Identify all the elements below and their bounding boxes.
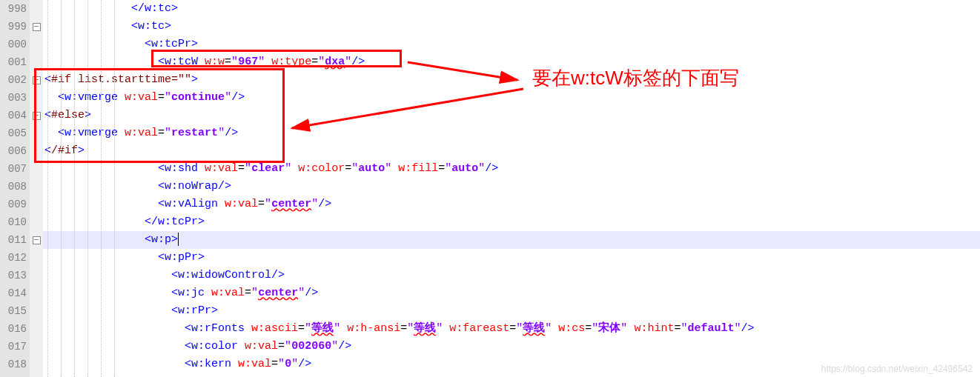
fold-marker[interactable] <box>30 160 43 178</box>
code-line[interactable]: <w:vAlign w:val="center"/> <box>43 196 980 213</box>
line-number-gutter: 998 999 000 001 002 003 004 005 006 007 … <box>0 0 30 377</box>
text-caret-icon <box>178 233 179 246</box>
fold-marker[interactable] <box>30 320 43 338</box>
fold-marker[interactable] <box>30 196 43 213</box>
code-line[interactable]: <w:jc w:val="center"/> <box>43 284 980 302</box>
code-line[interactable]: <w:rPr> <box>43 302 980 320</box>
line-number: 007 <box>0 160 30 178</box>
code-area[interactable]: </w:tc> <w:tc> <w:tcPr> <w:tcW w:w="967"… <box>43 0 980 377</box>
code-line[interactable]: <w:tcPr> <box>43 36 980 53</box>
code-line[interactable]: <w:shd w:val="clear" w:color="auto" w:fi… <box>43 160 980 178</box>
code-line[interactable]: </w:tc> <box>43 0 980 18</box>
fold-marker[interactable] <box>30 213 43 231</box>
line-number: 998 <box>0 0 30 18</box>
code-line-current[interactable]: <w:p> <box>43 231 980 249</box>
line-number: 012 <box>0 249 30 267</box>
line-number: 014 <box>0 284 30 302</box>
fold-marker[interactable] <box>30 302 43 320</box>
fold-marker[interactable] <box>30 89 43 107</box>
fold-marker[interactable] <box>30 267 43 284</box>
code-editor: 998 999 000 001 002 003 004 005 006 007 … <box>0 0 980 377</box>
fold-marker[interactable] <box>30 53 43 71</box>
fold-marker[interactable] <box>30 356 43 373</box>
fold-marker[interactable] <box>30 284 43 302</box>
fold-marker[interactable]: − <box>30 231 43 249</box>
fold-column: − − − − <box>30 0 43 377</box>
code-line[interactable]: </#if> <box>43 142 980 160</box>
line-number: 001 <box>0 53 30 71</box>
line-number: 003 <box>0 89 30 107</box>
fold-marker[interactable] <box>30 338 43 356</box>
line-number: 999 <box>0 18 30 36</box>
code-line[interactable]: <w:color w:val="002060"/> <box>43 338 980 356</box>
line-number: 006 <box>0 142 30 160</box>
code-line[interactable]: <w:tcW w:w="967" w:type="dxa"/> <box>43 53 980 71</box>
fold-marker[interactable] <box>30 142 43 160</box>
code-line[interactable]: <w:rFonts w:ascii="等线" w:h-ansi="等线" w:f… <box>43 320 980 338</box>
line-number: 013 <box>0 267 30 284</box>
line-number: 000 <box>0 36 30 53</box>
fold-marker[interactable] <box>30 0 43 18</box>
fold-marker[interactable]: − <box>30 107 43 124</box>
line-number: 010 <box>0 213 30 231</box>
line-number: 015 <box>0 302 30 320</box>
line-number: 004 <box>0 107 30 124</box>
code-line[interactable]: <#if list.starttime=""> <box>43 71 980 89</box>
fold-marker[interactable]: − <box>30 18 43 36</box>
line-number: 017 <box>0 338 30 356</box>
line-number: 008 <box>0 178 30 196</box>
code-line[interactable]: </w:tcPr> <box>43 213 980 231</box>
annotation-text: 要在w:tcW标签的下面写 <box>532 65 739 91</box>
line-number: 018 <box>0 356 30 373</box>
code-line[interactable]: <#else> <box>43 107 980 124</box>
fold-marker[interactable] <box>30 249 43 267</box>
line-number: 002 <box>0 71 30 89</box>
fold-marker[interactable]: − <box>30 71 43 89</box>
code-line[interactable]: <w:noWrap/> <box>43 178 980 196</box>
line-number: 016 <box>0 320 30 338</box>
fold-marker[interactable] <box>30 36 43 53</box>
line-number: 011 <box>0 231 30 249</box>
code-line[interactable]: <w:pPr> <box>43 249 980 267</box>
code-line[interactable]: <w:vmerge w:val="restart"/> <box>43 124 980 142</box>
fold-marker[interactable] <box>30 178 43 196</box>
code-line[interactable]: <w:tc> <box>43 18 980 36</box>
line-number: 005 <box>0 124 30 142</box>
code-line[interactable]: <w:widowControl/> <box>43 267 980 284</box>
code-line[interactable]: <w:vmerge w:val="continue"/> <box>43 89 980 107</box>
fold-marker[interactable] <box>30 124 43 142</box>
line-number: 009 <box>0 196 30 213</box>
watermark-text: https://blog.csdn.net/weixin_42496542 <box>821 364 973 374</box>
